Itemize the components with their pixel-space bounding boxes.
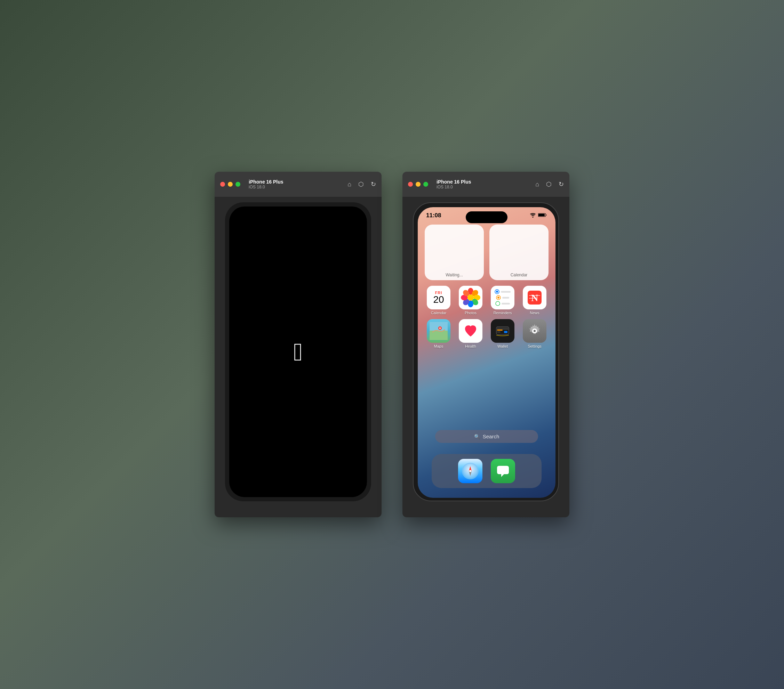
status-time: 11:08 xyxy=(426,212,441,219)
left-traffic-lights xyxy=(220,182,240,187)
spacer xyxy=(425,354,548,422)
safari-dock-icon[interactable] xyxy=(458,459,483,483)
app-grid: FRI 20 Calendar xyxy=(425,286,548,348)
svg-text:N: N xyxy=(531,293,538,303)
health-app-icon xyxy=(459,319,483,343)
left-body:  xyxy=(215,197,382,517)
minimize-button[interactable] xyxy=(228,182,233,187)
news-app-icon: N xyxy=(523,286,547,309)
widget-waiting[interactable]: Waiting... xyxy=(425,225,484,280)
right-screenshot-icon[interactable]: ⬡ xyxy=(546,181,552,188)
maps-app-icon xyxy=(427,319,450,343)
svg-rect-21 xyxy=(430,322,448,331)
svg-point-15 xyxy=(497,296,499,299)
rotate-icon[interactable]: ↻ xyxy=(371,181,376,188)
wallet-app-icon xyxy=(491,319,514,343)
home-icon[interactable]: ⌂ xyxy=(348,181,351,188)
svg-rect-30 xyxy=(497,332,501,332)
home-content: Waiting... Calendar FRI 20 xyxy=(418,220,555,498)
calendar-app-label: Calendar xyxy=(431,311,446,315)
wifi-icon xyxy=(530,213,536,219)
left-phone-screen:  xyxy=(229,207,367,497)
svg-point-11 xyxy=(468,294,474,301)
right-traffic-lights xyxy=(408,182,428,187)
maps-app-label: Maps xyxy=(434,344,443,348)
calendar-app[interactable]: FRI 20 Calendar xyxy=(425,286,453,315)
close-button[interactable] xyxy=(220,182,225,187)
settings-app-icon xyxy=(523,319,547,343)
left-simulator: iPhone 16 Plus iOS 18.0 ⌂ ⬡ ↻  xyxy=(215,172,382,517)
left-ios-version: iOS 18.0 xyxy=(249,184,343,189)
news-app[interactable]: N News xyxy=(521,286,548,315)
right-device-name: iPhone 16 Plus xyxy=(436,179,531,184)
settings-app-label: Settings xyxy=(528,344,542,348)
dynamic-island xyxy=(466,211,507,223)
photos-app-label: Photos xyxy=(465,311,476,315)
right-close-button[interactable] xyxy=(408,182,413,187)
right-phone-frame: 11:08 xyxy=(413,202,559,501)
right-simulator: iPhone 16 Plus iOS 18.0 ⌂ ⬡ ↻ 11:08 xyxy=(402,172,569,517)
photos-app-icon xyxy=(459,286,483,309)
right-titlebar: iPhone 16 Plus iOS 18.0 ⌂ ⬡ ↻ xyxy=(402,172,569,197)
right-rotate-icon[interactable]: ↻ xyxy=(558,181,564,188)
widget-waiting-label: Waiting... xyxy=(446,273,463,278)
status-icons xyxy=(530,213,547,219)
svg-point-13 xyxy=(496,291,498,293)
right-ios-version: iOS 18.0 xyxy=(436,184,531,189)
left-device-name: iPhone 16 Plus xyxy=(249,179,343,184)
right-maximize-button[interactable] xyxy=(423,182,428,187)
left-titlebar-icons: ⌂ ⬡ ↻ xyxy=(348,181,376,188)
search-bar[interactable]: 🔍 Search xyxy=(435,430,538,443)
svg-rect-27 xyxy=(496,327,509,330)
svg-rect-1 xyxy=(539,214,545,216)
right-titlebar-icons: ⌂ ⬡ ↻ xyxy=(535,181,564,188)
left-device-info: iPhone 16 Plus iOS 18.0 xyxy=(249,179,343,189)
svg-point-33 xyxy=(534,330,536,332)
dock xyxy=(432,454,542,488)
widget-calendar-label: Calendar xyxy=(511,273,528,278)
right-body: 11:08 xyxy=(402,197,569,517)
svg-point-40 xyxy=(469,470,471,472)
search-label: Search xyxy=(483,434,499,439)
battery-icon xyxy=(538,213,547,218)
right-phone-screen: 11:08 xyxy=(418,207,555,498)
wallet-app[interactable]: Wallet xyxy=(489,319,517,348)
maximize-button[interactable] xyxy=(236,182,240,187)
reminders-app-icon xyxy=(491,286,514,309)
search-icon: 🔍 xyxy=(474,434,480,439)
wallet-app-label: Wallet xyxy=(497,344,508,348)
left-phone-frame:  xyxy=(225,202,371,501)
health-app[interactable]: Health xyxy=(457,319,484,348)
settings-app[interactable]: Settings xyxy=(521,319,548,348)
left-titlebar: iPhone 16 Plus iOS 18.0 ⌂ ⬡ ↻ xyxy=(215,172,382,197)
widget-calendar[interactable]: Calendar xyxy=(489,225,548,280)
reminders-app-label: Reminders xyxy=(493,311,512,315)
svg-point-16 xyxy=(496,301,500,306)
widget-row: Waiting... Calendar xyxy=(425,225,548,280)
right-device-info: iPhone 16 Plus iOS 18.0 xyxy=(436,179,531,189)
svg-rect-28 xyxy=(504,331,507,333)
svg-rect-29 xyxy=(497,330,502,331)
news-app-label: News xyxy=(530,311,539,315)
maps-app[interactable]: Maps xyxy=(425,319,453,348)
reminders-app[interactable]: Reminders xyxy=(489,286,517,315)
svg-point-24 xyxy=(439,327,441,329)
photos-app[interactable]: Photos xyxy=(457,286,484,315)
right-home-icon[interactable]: ⌂ xyxy=(535,181,539,188)
right-minimize-button[interactable] xyxy=(416,182,420,187)
messages-dock-icon[interactable] xyxy=(491,459,515,483)
apple-logo:  xyxy=(293,337,303,366)
screenshot-icon[interactable]: ⬡ xyxy=(358,181,364,188)
health-app-label: Health xyxy=(465,344,476,348)
calendar-app-icon: FRI 20 xyxy=(427,286,450,309)
